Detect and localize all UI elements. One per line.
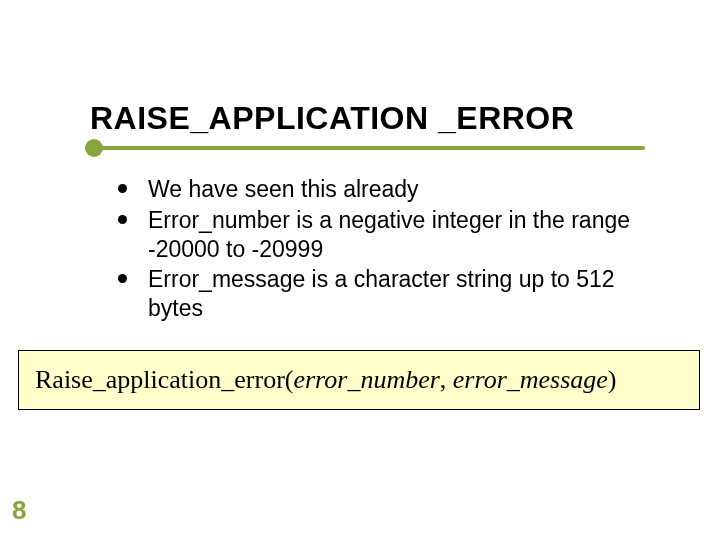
bullet-item: Error_message is a character string up t… (118, 265, 658, 323)
code-fn-name: Raise_application_error( (35, 365, 293, 394)
code-arg: error_message (453, 365, 608, 394)
code-callout: Raise_application_error(error_number, er… (18, 350, 700, 410)
page-number: 8 (12, 495, 26, 526)
code-arg: error_number (293, 365, 439, 394)
code-comma: , (440, 365, 453, 394)
bullet-item: We have seen this already (118, 175, 658, 204)
bullet-item: Error_number is a negative integer in th… (118, 206, 658, 264)
title-underline (85, 146, 645, 150)
slide: RAISE_APPLICATION _ERROR We have seen th… (0, 0, 720, 540)
slide-title: RAISE_APPLICATION _ERROR (90, 100, 574, 137)
code-close: ) (608, 365, 617, 394)
bullet-list: We have seen this already Error_number i… (118, 175, 658, 325)
